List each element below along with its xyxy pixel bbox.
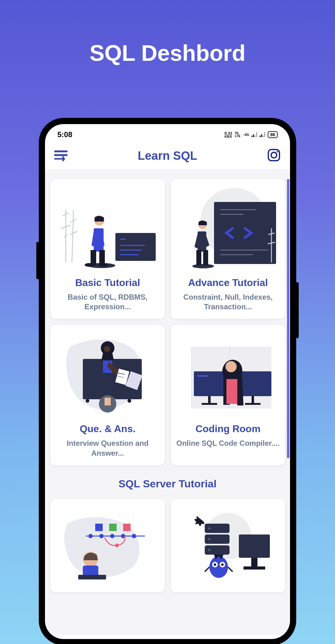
advance-tutorial-illustration (175, 183, 281, 273)
svg-point-55 (88, 534, 93, 538)
svg-point-59 (132, 534, 136, 538)
network-indicator: ↕4G (243, 133, 249, 136)
instagram-icon[interactable] (267, 148, 281, 163)
card-advance-tutorial[interactable]: Advance Tutorial Constraint, Null, Index… (171, 179, 285, 319)
svg-rect-53 (109, 524, 117, 531)
cards-grid: Basic Tutorial Basic of SQL, RDBMS, Expr… (45, 170, 290, 475)
card-subtitle: Interview Question and Answer... (55, 438, 160, 458)
card-title: Coding Room (175, 423, 281, 435)
card-title: Que. & Ans. (55, 423, 160, 435)
content-area: Basic Tutorial Basic of SQL, RDBMS, Expr… (45, 170, 290, 635)
svg-rect-71 (239, 534, 270, 558)
card-que-ans[interactable]: Que. & Ans. Interview Question and Answe… (51, 325, 165, 465)
svg-rect-24 (198, 231, 206, 252)
svg-rect-73 (243, 566, 265, 570)
page-title: SQL Deshbord (0, 0, 335, 66)
status-bar: 5:08 0.31 KB/S Vo LTE ↕4G (45, 124, 290, 142)
svg-point-39 (127, 399, 131, 403)
status-indicators: 0.31 KB/S Vo LTE ↕4G (225, 131, 278, 138)
svg-point-78 (221, 563, 224, 566)
card-sql-server-2[interactable] (171, 499, 285, 592)
svg-point-10 (99, 263, 107, 267)
data-speed: 0.31 KB/S (225, 131, 232, 138)
svg-rect-63 (78, 575, 106, 579)
basic-tutorial-illustration (55, 183, 160, 273)
svg-point-3 (271, 152, 277, 158)
svg-point-77 (214, 563, 216, 566)
svg-rect-12 (115, 233, 156, 261)
svg-point-9 (85, 263, 93, 267)
svg-point-68 (208, 527, 210, 529)
card-subtitle: Online SQL Code Compiler.... (175, 438, 281, 448)
battery-indicator: 86 (268, 131, 278, 138)
sql-server-illustration-2 (175, 503, 281, 581)
svg-point-60 (115, 543, 119, 547)
svg-point-57 (110, 534, 114, 538)
svg-point-69 (208, 538, 210, 540)
card-basic-tutorial[interactable]: Basic Tutorial Basic of SQL, RDBMS, Expr… (51, 179, 165, 319)
card-subtitle: Constraint, Null, Indexes, Transaction..… (175, 292, 281, 311)
section-title: SQL Server Tutorial (45, 475, 290, 496)
card-title: Advance Tutorial (175, 277, 281, 288)
svg-rect-47 (202, 403, 217, 405)
coding-room-illustration (175, 329, 281, 419)
que-ans-illustration (55, 329, 160, 419)
scroll-indicator[interactable] (287, 179, 289, 458)
phone-frame: 5:08 0.31 KB/S Vo LTE ↕4G (39, 118, 296, 644)
signal-icon-2 (260, 132, 265, 137)
sql-server-illustration-1 (55, 503, 160, 581)
phone-side-button (36, 242, 39, 279)
svg-point-50 (226, 361, 237, 372)
signal-icon (252, 132, 257, 137)
phone-power-button (296, 282, 299, 338)
phone-screen: 5:08 0.31 KB/S Vo LTE ↕4G (45, 124, 290, 639)
svg-rect-54 (123, 524, 131, 531)
app-header: Learn SQL (45, 142, 290, 170)
svg-rect-25 (196, 250, 201, 266)
svg-point-4 (277, 151, 278, 153)
volte-indicator: Vo LTE (235, 132, 240, 138)
card-subtitle: Basic of SQL, RDBMS, Expression... (55, 292, 160, 311)
card-coding-room[interactable]: Coding Room Online SQL Code Compiler.... (171, 325, 285, 465)
svg-rect-37 (105, 398, 111, 405)
svg-rect-72 (251, 558, 257, 567)
svg-point-56 (99, 534, 104, 538)
svg-point-38 (86, 399, 89, 403)
svg-point-74 (209, 556, 228, 578)
svg-rect-48 (245, 403, 261, 405)
card-title: Basic Tutorial (55, 277, 160, 288)
status-time: 5:08 (57, 130, 72, 139)
cards-grid-2 (45, 496, 290, 602)
card-sql-server-1[interactable] (51, 499, 165, 592)
svg-rect-7 (91, 250, 96, 266)
app-title: Learn SQL (138, 149, 197, 163)
svg-point-70 (208, 549, 210, 551)
svg-rect-52 (95, 524, 103, 531)
svg-point-30 (104, 346, 110, 352)
svg-rect-26 (203, 250, 208, 266)
menu-icon[interactable] (54, 150, 68, 161)
